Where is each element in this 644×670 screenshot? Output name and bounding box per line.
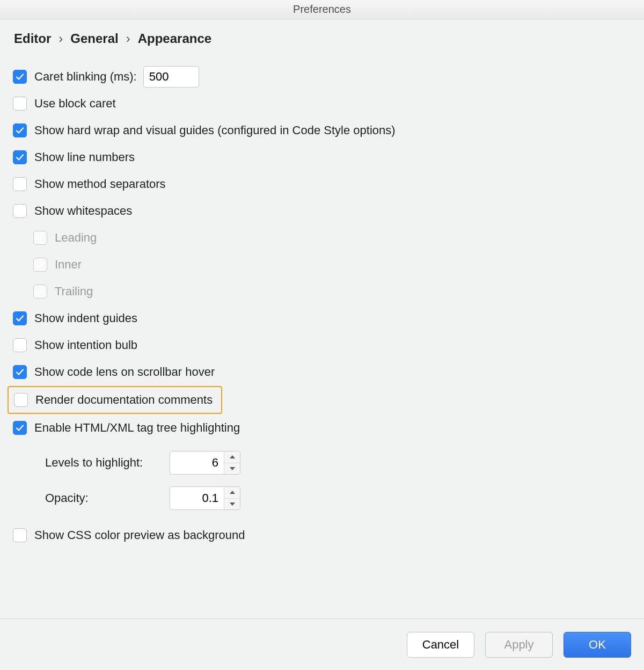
label-show-method-separators: Show method separators [34,177,166,191]
step-down-button[interactable] [224,463,240,475]
row-show-hard-wrap: Show hard wrap and visual guides (config… [13,117,631,144]
preferences-content: Editor › General › Appearance Caret blin… [0,19,644,618]
label-enable-tag-tree: Enable HTML/XML tag tree highlighting [34,421,240,435]
row-show-intention-bulb: Show intention bulb [13,332,631,359]
label-opacity: Opacity: [45,491,170,505]
row-whitespace-trailing: Trailing [13,278,631,305]
label-show-intention-bulb: Show intention bulb [34,338,137,352]
check-icon [35,287,45,296]
apply-button[interactable]: Apply [485,632,553,658]
step-down-button[interactable] [224,499,240,510]
row-show-line-numbers: Show line numbers [13,144,631,171]
row-enable-tag-tree: Enable HTML/XML tag tree highlighting [13,414,631,441]
checkbox-show-hard-wrap[interactable] [13,123,27,137]
row-show-whitespaces: Show whitespaces [13,198,631,224]
dialog-footer: Cancel Apply OK [0,618,644,670]
checkbox-whitespace-inner [33,258,47,272]
triangle-down-icon [229,502,236,506]
row-show-css-color-preview: Show CSS color preview as background [13,522,631,549]
row-whitespace-leading: Leading [13,224,631,251]
row-levels-to-highlight: Levels to highlight: [45,451,631,475]
check-icon [15,423,25,433]
triangle-up-icon [229,455,236,459]
step-up-button[interactable] [224,451,240,463]
tag-tree-sub-settings: Levels to highlight: Opacity: [13,451,631,510]
row-show-code-lens: Show code lens on scrollbar hover [13,359,631,385]
breadcrumb-general[interactable]: General [70,31,118,46]
breadcrumb: Editor › General › Appearance [14,31,631,46]
spinner-levels-to-highlight [170,451,240,475]
triangle-down-icon [229,467,236,471]
checkbox-whitespace-leading [33,231,47,245]
row-whitespace-inner: Inner [13,251,631,278]
checkbox-show-line-numbers[interactable] [13,150,27,164]
label-use-block-caret: Use block caret [34,97,116,111]
label-whitespace-inner: Inner [55,258,82,272]
checkbox-render-doc-comments[interactable] [14,393,28,407]
label-show-line-numbers: Show line numbers [34,150,135,164]
check-icon [15,367,25,377]
checkbox-show-method-separators[interactable] [13,177,27,191]
label-show-css-color-preview: Show CSS color preview as background [34,528,245,542]
breadcrumb-editor[interactable]: Editor [14,31,51,46]
checkbox-show-code-lens[interactable] [13,365,27,379]
checkbox-use-block-caret[interactable] [13,97,27,111]
spinner-buttons [224,487,240,509]
check-icon [15,72,25,82]
checkbox-whitespace-trailing [33,285,47,298]
row-render-doc-comments: Render documentation comments [13,385,631,414]
checkbox-show-whitespaces[interactable] [13,204,27,218]
cancel-button[interactable]: Cancel [407,632,474,658]
label-whitespace-trailing: Trailing [55,285,93,298]
label-levels-to-highlight: Levels to highlight: [45,456,170,470]
chevron-right-icon: › [58,31,63,46]
label-render-doc-comments: Render documentation comments [35,393,213,407]
label-whitespace-leading: Leading [55,231,97,245]
input-opacity[interactable] [170,487,224,509]
window-titlebar: Preferences [0,0,644,19]
search-highlight: Render documentation comments [8,386,222,414]
check-icon [35,233,45,243]
check-icon [15,152,25,162]
step-up-button[interactable] [224,487,240,499]
chevron-right-icon: › [126,31,130,46]
label-show-indent-guides: Show indent guides [34,311,137,325]
check-icon [35,260,45,270]
label-show-whitespaces: Show whitespaces [34,204,132,218]
label-show-hard-wrap: Show hard wrap and visual guides (config… [34,123,396,137]
checkbox-show-css-color-preview[interactable] [13,528,27,542]
triangle-up-icon [229,490,236,494]
input-caret-blinking-ms[interactable] [143,66,199,88]
row-show-method-separators: Show method separators [13,171,631,198]
input-levels-to-highlight[interactable] [170,451,224,474]
row-show-indent-guides: Show indent guides [13,305,631,332]
ok-button[interactable]: OK [564,632,631,658]
label-show-code-lens: Show code lens on scrollbar hover [34,365,215,379]
checkbox-enable-tag-tree[interactable] [13,421,27,435]
check-icon [15,126,25,135]
checkbox-show-intention-bulb[interactable] [13,338,27,352]
spinner-opacity [170,486,240,510]
row-opacity: Opacity: [45,486,631,510]
check-icon [15,314,25,323]
row-use-block-caret: Use block caret [13,90,631,117]
checkbox-caret-blinking[interactable] [13,70,27,84]
label-caret-blinking: Caret blinking (ms): [34,70,137,84]
spinner-buttons [224,451,240,474]
row-caret-blinking: Caret blinking (ms): [13,63,631,90]
checkbox-show-indent-guides[interactable] [13,311,27,325]
window-title: Preferences [293,3,351,16]
breadcrumb-appearance[interactable]: Appearance [138,31,211,46]
